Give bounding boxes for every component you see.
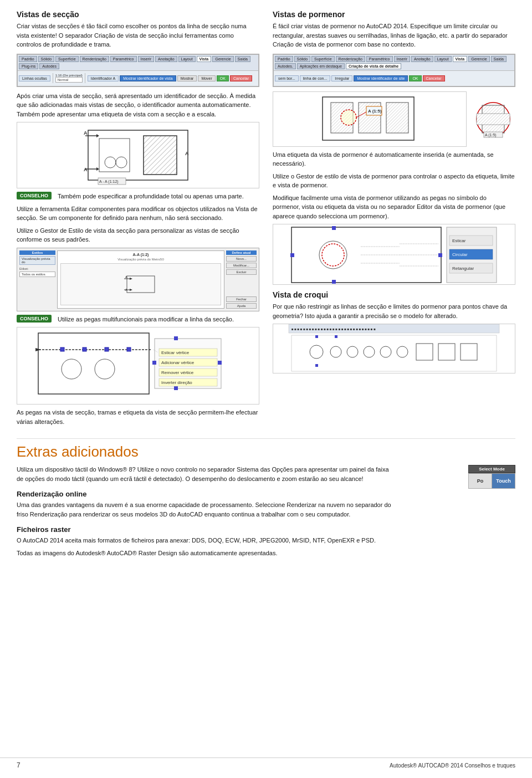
rendering-title: Renderização online: [17, 490, 393, 498]
svg-text:■ ■ ■ ■ ■ ■ ■ ■ ■ ■ ■ ■ ■ ■ ■ : ■ ■ ■ ■ ■ ■ ■ ■ ■ ■ ■ ■ ■ ■ ■ ■ ■ ■ ■ ■ …: [291, 327, 376, 331]
svg-text:A: A: [84, 130, 88, 136]
footer-page-number: 7: [17, 761, 21, 769]
section-pormenor-p1: É fácil criar vistas de pormenor no Auto…: [273, 22, 515, 49]
croqui-drawing: ■ ■ ■ ■ ■ ■ ■ ■ ■ ■ ■ ■ ■ ■ ■ ■ ■ ■ ■ ■ …: [273, 324, 515, 373]
svg-rect-49: [386, 103, 408, 133]
utilize-componentes-p: Utilize a ferramenta Editar componentes …: [17, 204, 259, 223]
seccao-toolbar-screenshot: Padrão Sólido Superfície Renderização Pa…: [17, 54, 259, 87]
ficheiros-title: Ficheiros raster: [17, 525, 393, 534]
svg-rect-83: [291, 335, 497, 371]
svg-rect-35: [218, 361, 222, 365]
extras-two-col: Utiliza um dispositivo táctil do Windows…: [17, 465, 515, 561]
svg-rect-4: [144, 136, 177, 175]
etiqueta-p: Uma etiqueta da vista de pormenor é auto…: [273, 150, 515, 168]
ficheiros-p1: O AutoCAD 2014 aceita mais formatos de f…: [17, 536, 393, 545]
svg-marker-19: [130, 289, 132, 291]
svg-marker-17: [130, 278, 132, 280]
svg-text:Adicionar vértice: Adicionar vértice: [161, 360, 195, 365]
svg-text:Esticar vértice: Esticar vértice: [161, 350, 190, 355]
extras-p1: Utiliza um dispositivo táctil do Windows…: [17, 465, 393, 483]
svg-rect-34: [152, 361, 156, 365]
extras-section: Extras adicionados Utiliza um dispositiv…: [17, 438, 515, 561]
svg-rect-27: [105, 347, 109, 351]
svg-rect-32: [174, 336, 178, 340]
main-two-col: Vistas de secção Criar vistas de secções…: [17, 10, 515, 429]
conselho2-text: Utilize as pegas multifuncionais para mo…: [58, 315, 259, 324]
svg-text:A: A: [185, 151, 189, 156]
svg-text:Remover vértice: Remover vértice: [161, 370, 194, 375]
rendering-p: Uma das grandes vantagens da nuvem é a s…: [17, 500, 393, 519]
select-mode-touch-button[interactable]: Touch: [492, 474, 515, 488]
svg-text:A (1:5): A (1:5): [485, 133, 497, 137]
pegas-text: As pegas na vista de secção, tramas e et…: [17, 408, 259, 426]
right-column: Vistas de pormenor É fácil criar vistas …: [273, 10, 515, 429]
svg-text:A: A: [125, 275, 127, 279]
svg-point-50: [341, 110, 356, 125]
svg-rect-93: [315, 335, 318, 338]
left-column: Vistas de secção Criar vistas de secções…: [17, 10, 259, 429]
svg-text:Esticar: Esticar: [452, 238, 466, 243]
conselho1-text: Também pode especificar a profundidade t…: [58, 192, 259, 201]
svg-rect-95: [315, 364, 318, 367]
pegas-drawing: Esticar vértice Adicionar vértice Remove…: [17, 327, 259, 405]
footer: 7 Autodesk® AUTOCAD® 2014 Conselhos e tr…: [0, 757, 532, 772]
svg-text:A - A (1:12): A - A (1:12): [99, 180, 119, 184]
svg-rect-28: [127, 347, 131, 351]
utilize-gestor-pormenor-p: Utilize o Gestor de estilo de vista de p…: [273, 172, 515, 190]
style-manager-screenshot: Estilos Visualização prévia do Etiket: T…: [17, 248, 259, 311]
svg-marker-9: [96, 167, 99, 171]
extras-title: Extras adicionados: [17, 443, 515, 460]
svg-marker-7: [96, 134, 99, 137]
conselho1-row: CONSELHO Também pode especificar a profu…: [17, 192, 259, 201]
page: Vistas de secção Criar vistas de secções…: [0, 0, 532, 778]
section-croqui-p1: Por que não restringir as linhas de secç…: [273, 302, 515, 320]
select-mode-header: Select Mode: [468, 465, 515, 473]
conselho2-badge: CONSELHO: [17, 315, 52, 323]
svg-rect-26: [83, 347, 86, 351]
pormenor-drawing: Esticar Circular Retangular: [273, 224, 515, 285]
svg-rect-94: [335, 335, 337, 338]
svg-rect-25: [60, 347, 64, 351]
extras-left: Utiliza um dispositivo táctil do Windows…: [17, 465, 393, 561]
utilize-gestor-p: Utilize o Gestor de Estilo de vista da s…: [17, 226, 259, 244]
after-screenshot-p1: Após criar uma vista de secção, será apr…: [17, 91, 259, 119]
svg-text:A: A: [125, 288, 127, 291]
svg-rect-33: [174, 386, 178, 390]
svg-rect-65: [290, 253, 294, 257]
svg-text:Retangular: Retangular: [452, 266, 474, 271]
select-mode-widget: Select Mode Po Touch: [468, 465, 515, 489]
section-drawing-aa: A A A A - A (1:12): [17, 122, 259, 188]
section-croqui-title: Vista de croqui: [273, 290, 515, 299]
section-pormenor-title: Vistas de pormenor: [273, 10, 515, 19]
conselho2-row: CONSELHO Utilize as pegas multifuncionai…: [17, 315, 259, 324]
section-vistas-seccao-title: Vistas de secção: [17, 10, 259, 19]
extras-right: Select Mode Po Touch: [405, 465, 515, 561]
conselho1-badge: CONSELHO: [17, 192, 52, 199]
svg-point-2: [105, 157, 116, 168]
select-mode-container: Select Mode Po Touch: [405, 465, 515, 489]
footer-brand-text: Autodesk® AUTOCAD® 2014 Conselhos e truq…: [390, 762, 515, 769]
svg-point-3: [116, 157, 127, 168]
svg-rect-66: [438, 253, 442, 257]
detail-view-row: A (1:5): [273, 91, 515, 147]
section-vistas-seccao-p1: Criar vistas de secções é tão fácil como…: [17, 22, 259, 49]
svg-rect-64: [332, 280, 336, 284]
select-mode-buttons: Po Touch: [468, 473, 515, 489]
svg-text:A (1:5): A (1:5): [368, 109, 382, 114]
svg-rect-22: [38, 333, 149, 394]
svg-rect-63: [332, 226, 336, 230]
select-mode-po-button[interactable]: Po: [469, 474, 492, 488]
ficheiros-p2: Todas as imagens do Autodesk® AutoCAD® R…: [17, 549, 393, 558]
svg-rect-58: [477, 114, 510, 125]
modifique-p: Modifique facilmente uma vista de pormen…: [273, 193, 515, 221]
svg-text:Inverter direção: Inverter direção: [161, 380, 192, 385]
pormenor-toolbar-screenshot: Padrão Sólido Superfície Renderização Pa…: [273, 54, 515, 87]
svg-text:A: A: [84, 167, 88, 172]
svg-text:Circular: Circular: [452, 252, 468, 257]
